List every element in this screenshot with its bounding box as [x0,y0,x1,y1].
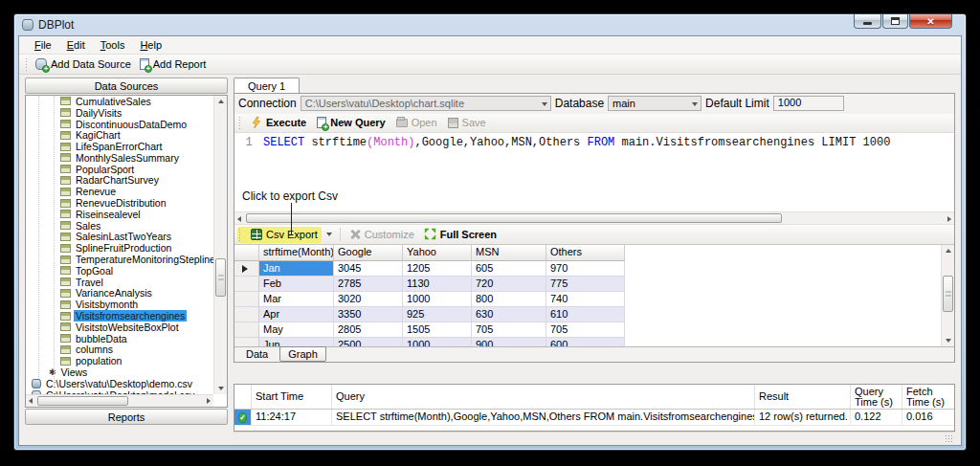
reports-header[interactable]: Reports [25,409,228,425]
menu-help[interactable]: Help [132,37,169,53]
grid-cell[interactable]: 600 [546,338,625,346]
scrollbar-thumb[interactable] [246,213,782,223]
tree-item-label: LifeSpanErrorChart [74,141,164,152]
status-strip [234,432,955,445]
customize-button[interactable]: Customize [345,228,419,241]
maximize-button[interactable] [882,14,908,29]
grid-cell[interactable]: Jun [259,338,334,346]
default-limit-input[interactable]: 1000 [773,96,844,111]
title-bar[interactable]: DBPlot ✕ [14,14,966,35]
log-query-header[interactable]: Query [332,385,755,409]
scroll-up-icon[interactable] [218,100,224,103]
tree-horizontal-scrollbar[interactable] [26,394,213,407]
menu-bar: FileEditToolsHelp [19,36,961,55]
grid-cell[interactable]: 610 [546,307,625,322]
grid-cell[interactable]: 775 [546,277,625,292]
log-fetch-time-header[interactable]: Fetch Time (s) [902,385,954,409]
maximize-icon [891,17,900,25]
tab-query-1[interactable]: Query 1 [234,78,300,93]
sql-editor[interactable]: 1 SELECT strftime(Month),Google,Yahoo,MS… [234,133,954,211]
menu-file[interactable]: File [27,37,59,53]
grid-cell[interactable]: 1000 [403,292,472,307]
connection-combobox[interactable]: C:\Users\vatu\Desktop\chart.sqlite [301,96,551,111]
scroll-down-icon[interactable] [218,387,224,390]
grid-cell[interactable]: 605 [472,261,546,277]
grid-corner-cell[interactable] [234,245,259,261]
editor-horizontal-scrollbar[interactable] [234,211,954,225]
scroll-right-icon[interactable] [207,398,211,404]
grid-cell[interactable]: Jan [259,261,334,277]
grid-cell[interactable]: 630 [472,307,546,322]
table-icon [60,289,71,298]
grid-cell[interactable]: 705 [546,322,625,338]
grid-cell[interactable]: 1000 [403,338,472,346]
scrollbar-thumb[interactable] [943,276,953,312]
row-header[interactable] [234,338,259,346]
full-screen-button[interactable]: Full Screen [419,227,501,241]
scroll-down-icon[interactable] [946,339,951,343]
grid-cell[interactable]: 2785 [334,277,403,292]
grid-cell[interactable]: 1130 [403,277,472,292]
minimize-icon [863,22,872,25]
grid-cell[interactable]: 705 [472,322,546,338]
minimize-button[interactable] [854,14,881,29]
row-header[interactable] [234,322,259,338]
grid-column-header[interactable]: Yahoo [403,245,472,261]
database-icon: + [35,58,47,70]
tab-data[interactable]: Data [238,347,276,361]
scroll-left-icon[interactable] [237,216,241,222]
scroll-left-icon[interactable] [29,398,33,404]
grid-cell[interactable]: Feb [259,277,334,292]
grid-cell[interactable]: 925 [403,307,472,322]
close-button[interactable]: ✕ [909,14,952,29]
log-result-header[interactable]: Result [755,385,851,409]
tree-vertical-scrollbar[interactable] [213,96,227,394]
row-header[interactable] [234,261,259,277]
grid-cell[interactable]: 720 [472,277,546,292]
grid-cell[interactable]: 2805 [334,322,403,338]
scrollbar-thumb[interactable] [215,258,226,297]
row-header[interactable] [234,277,259,292]
resize-grip-icon[interactable] [945,434,953,443]
log-row[interactable]: ✓ 11:24:17 SELECT strftime(Month),Google… [234,410,954,426]
execute-button[interactable]: Execute [248,116,312,129]
row-header[interactable] [234,307,259,322]
scrollbar-thumb[interactable] [37,396,128,406]
grid-cell[interactable]: 1505 [403,322,472,338]
save-button[interactable]: Save [445,116,492,129]
grid-vertical-scrollbar[interactable] [941,245,954,346]
log-query-time-header[interactable]: Query Time (s) [851,385,902,409]
grid-cell[interactable]: 2500 [334,338,403,346]
add-report-button[interactable]: + Add Report [137,57,212,71]
log-start-time-header[interactable]: Start Time [252,385,332,409]
grid-cell[interactable]: 3350 [334,307,403,322]
grid-column-header[interactable]: Google [334,245,403,261]
grid-column-header[interactable]: MSN [472,245,546,261]
grid-cell[interactable]: 740 [546,292,625,307]
menu-tools[interactable]: Tools [93,37,133,53]
open-button[interactable]: Open [393,116,443,129]
grid-column-header[interactable]: strftime(Month) [259,245,334,261]
grid-cell[interactable]: 970 [546,261,625,277]
data-sources-header[interactable]: Data Sources [25,78,228,94]
log-status-column-header[interactable] [234,385,252,409]
scroll-right-icon[interactable] [947,216,951,222]
chevron-down-icon[interactable] [326,233,332,236]
grid-cell[interactable]: 3045 [334,261,403,277]
grid-cell[interactable]: 900 [472,338,546,346]
new-query-button[interactable]: + New Query [314,116,390,129]
row-header[interactable] [234,292,259,307]
scroll-up-icon[interactable] [946,249,951,253]
grid-cell[interactable]: Apr [259,307,334,322]
grid-cell[interactable]: 1205 [403,261,472,277]
grid-column-header[interactable]: Others [546,245,625,261]
grid-cell[interactable]: 800 [472,292,546,307]
database-combobox[interactable]: main [608,96,702,111]
tab-graph[interactable]: Graph [279,346,326,362]
grid-cell[interactable]: 3020 [334,292,403,307]
add-data-source-button[interactable]: + Add Data Source [33,57,137,71]
grid-cell[interactable]: Mar [259,292,334,307]
csv-export-button[interactable]: Csv Export [246,228,323,241]
menu-edit[interactable]: Edit [59,37,93,53]
grid-cell[interactable]: May [259,322,334,338]
